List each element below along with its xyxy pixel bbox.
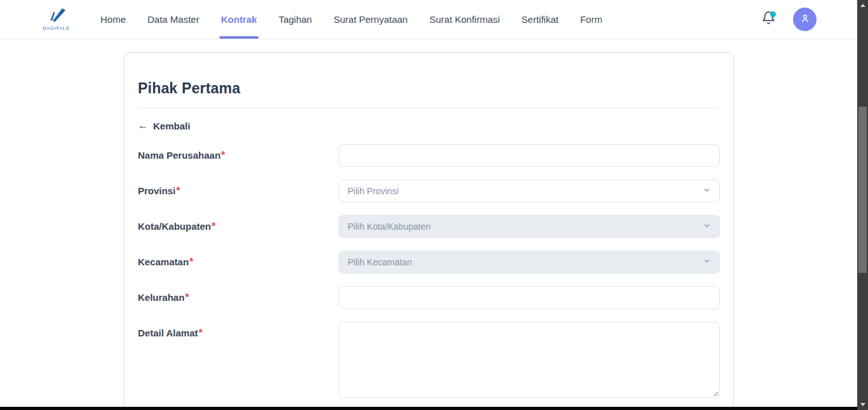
nav-item-surat-konfirmasi[interactable]: Surat Konfirmasi bbox=[430, 0, 500, 39]
form-row-kecamatan: Kecamatan* Pilih Kecamatan bbox=[138, 251, 720, 274]
back-link-label: Kembali bbox=[153, 121, 190, 131]
scroll-down-arrow-icon bbox=[860, 403, 865, 406]
digifile-logo[interactable]: DIGIFILE bbox=[38, 8, 75, 31]
user-avatar-icon bbox=[799, 13, 811, 27]
top-navbar: DIGIFILE Home Data Master Kontrak Tagiha… bbox=[0, 0, 857, 39]
scrollbar-down-button[interactable] bbox=[857, 399, 868, 410]
page-title: Pihak Pertama bbox=[138, 80, 720, 97]
required-asterisk: * bbox=[185, 292, 189, 303]
pihak-pertama-form: Nama Perusahaan* Provinsi* Pilih Provins… bbox=[138, 144, 720, 398]
form-row-kelurahan: Kelurahan* bbox=[138, 286, 720, 309]
kecamatan-select-placeholder: Pilih Kecamatan bbox=[348, 257, 412, 267]
nama-perusahaan-label: Nama Perusahaan bbox=[138, 150, 220, 161]
provinsi-label: Provinsi bbox=[138, 185, 175, 196]
nav-item-form[interactable]: Form bbox=[580, 0, 602, 39]
scroll-up-arrow-icon bbox=[860, 4, 865, 7]
digifile-swoosh-icon bbox=[46, 8, 67, 25]
kelurahan-label: Kelurahan bbox=[138, 292, 184, 303]
nav-item-surat-pernyataan[interactable]: Surat Pernyataan bbox=[334, 0, 408, 39]
form-row-detail-alamat: Detail Alamat* bbox=[138, 322, 720, 398]
nav-item-home[interactable]: Home bbox=[100, 0, 126, 39]
nav-item-kontrak[interactable]: Kontrak bbox=[221, 0, 257, 39]
kota-kabupaten-select-placeholder: Pilih Kota/Kabupaten bbox=[348, 222, 431, 232]
form-row-kota-kabupaten: Kota/Kabupaten* Pilih Kota/Kabupaten bbox=[138, 215, 720, 238]
notification-unread-dot bbox=[770, 11, 776, 17]
pihak-pertama-card: Pihak Pertama ← Kembali Nama Perusahaan*… bbox=[124, 52, 734, 410]
kecamatan-select[interactable]: Pilih Kecamatan bbox=[339, 251, 720, 274]
kota-kabupaten-label: Kota/Kabupaten bbox=[138, 221, 211, 232]
kota-kabupaten-select[interactable]: Pilih Kota/Kabupaten bbox=[339, 215, 720, 238]
kelurahan-input[interactable] bbox=[339, 286, 720, 309]
notification-bell-button[interactable] bbox=[760, 11, 776, 28]
required-asterisk: * bbox=[189, 256, 193, 267]
form-row-nama-perusahaan: Nama Perusahaan* bbox=[138, 144, 720, 167]
detail-alamat-textarea[interactable] bbox=[339, 322, 720, 398]
nav-item-data-master[interactable]: Data Master bbox=[147, 0, 200, 39]
header-right-group bbox=[760, 8, 817, 31]
required-asterisk: * bbox=[212, 221, 215, 232]
required-asterisk: * bbox=[221, 150, 225, 161]
form-row-provinsi: Provinsi* Pilih Provinsi bbox=[138, 180, 720, 202]
scrollbar-up-button[interactable] bbox=[857, 0, 868, 11]
scrollbar-thumb[interactable] bbox=[858, 107, 867, 273]
chevron-down-icon bbox=[703, 185, 711, 197]
nav-item-tagihan[interactable]: Tagihan bbox=[278, 0, 312, 39]
arrow-left-icon: ← bbox=[138, 120, 148, 131]
main-nav: Home Data Master Kontrak Tagihan Surat P… bbox=[100, 0, 602, 39]
nav-item-sertifikat[interactable]: Sertifikat bbox=[522, 0, 559, 39]
title-divider bbox=[138, 107, 720, 108]
detail-alamat-label: Detail Alamat bbox=[138, 327, 198, 338]
provinsi-select[interactable]: Pilih Provinsi bbox=[339, 180, 720, 202]
user-avatar-button[interactable] bbox=[793, 8, 817, 31]
provinsi-select-placeholder: Pilih Provinsi bbox=[348, 186, 398, 196]
window-bottom-edge bbox=[0, 407, 868, 410]
required-asterisk: * bbox=[176, 185, 180, 196]
required-asterisk: * bbox=[198, 327, 202, 338]
logo-text: DIGIFILE bbox=[43, 25, 71, 31]
vertical-scrollbar[interactable] bbox=[857, 0, 868, 410]
back-link[interactable]: ← Kembali bbox=[138, 120, 190, 131]
kecamatan-label: Kecamatan bbox=[138, 256, 189, 267]
chevron-down-icon bbox=[703, 256, 711, 268]
chevron-down-icon bbox=[703, 221, 711, 232]
nama-perusahaan-input[interactable] bbox=[339, 144, 720, 167]
